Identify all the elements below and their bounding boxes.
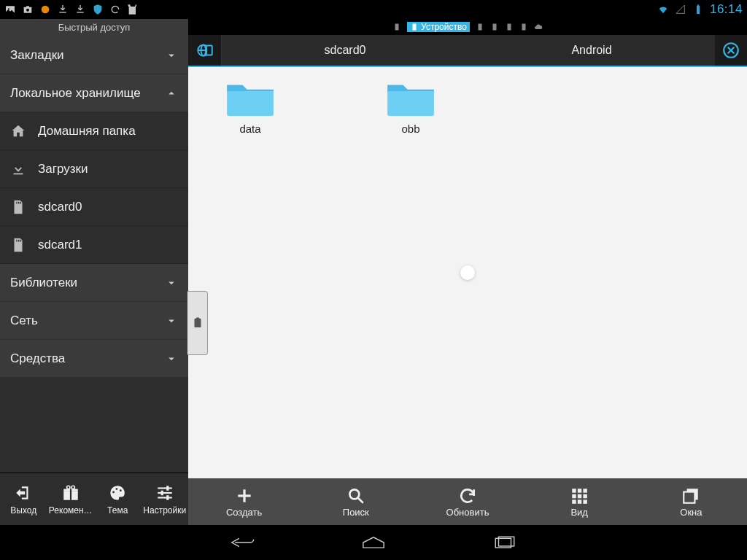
exit-icon <box>14 483 33 502</box>
create-label: Создать <box>226 507 262 518</box>
clock-text: 16:14 <box>710 2 743 17</box>
svg-rect-47 <box>572 494 576 497</box>
svg-point-18 <box>120 489 122 491</box>
svg-point-16 <box>112 491 115 493</box>
svg-rect-4 <box>26 6 29 7</box>
folder-data[interactable]: data <box>210 80 290 135</box>
svg-rect-9 <box>697 4 699 5</box>
loading-indicator <box>460 265 475 280</box>
svg-rect-28 <box>492 24 496 31</box>
device-icon[interactable] <box>476 23 484 31</box>
sidebar-section-local-storage[interactable]: Локальное хранилище <box>0 74 188 112</box>
svg-rect-48 <box>578 494 581 497</box>
breadcrumb-label: Android <box>571 44 611 57</box>
search-label: Поиск <box>343 507 369 518</box>
windows-label: Окна <box>680 507 702 518</box>
windows-button[interactable]: Окна <box>635 478 747 525</box>
camera-icon <box>22 4 34 15</box>
palette-icon <box>108 483 127 502</box>
svg-rect-34 <box>206 46 212 55</box>
create-button[interactable]: Создать <box>188 478 300 525</box>
sidebar-item-label: Домашняя папка <box>38 124 136 139</box>
svg-point-15 <box>71 486 74 489</box>
sidebar-item-sdcard1[interactable]: sdcard1 <box>0 226 188 264</box>
theme-button[interactable]: Тема <box>94 473 142 525</box>
svg-point-1 <box>8 8 9 9</box>
svg-rect-10 <box>14 173 23 174</box>
device-icon[interactable] <box>519 23 528 31</box>
device-icon[interactable] <box>505 23 514 31</box>
sidebar-section-label: Средства <box>10 351 65 366</box>
nav-home-button[interactable] <box>359 528 388 557</box>
theme-label: Тема <box>107 505 128 516</box>
svg-rect-29 <box>507 24 511 31</box>
device-icon[interactable] <box>392 23 401 31</box>
device-icon <box>410 23 419 31</box>
svg-rect-8 <box>697 6 700 14</box>
breadcrumb-root-button[interactable] <box>188 35 222 66</box>
sidebar-item-label: Загрузки <box>38 162 88 176</box>
grid-icon <box>570 486 589 505</box>
store-icon <box>127 4 139 15</box>
folder-icon <box>225 80 275 118</box>
breadcrumb-seg-android[interactable]: Android <box>468 35 715 66</box>
window-tabs-bar: Устройство <box>188 19 747 35</box>
svg-rect-25 <box>395 24 399 31</box>
exit-button[interactable]: Выход <box>0 473 47 525</box>
sidebar-title: Быстрый доступ <box>0 19 188 36</box>
plus-icon <box>235 486 254 505</box>
folder-label: obb <box>401 122 419 135</box>
cloud-icon[interactable] <box>534 23 543 31</box>
nav-recent-button[interactable] <box>490 528 519 557</box>
tab-device-active[interactable]: Устройство <box>407 22 470 32</box>
svg-rect-50 <box>572 499 576 503</box>
view-button[interactable]: Вид <box>524 478 635 525</box>
view-label: Вид <box>570 507 588 518</box>
sidebar-section-libraries[interactable]: Библиотеки <box>0 264 188 302</box>
sdcard-icon <box>10 199 26 215</box>
sidebar-section-label: Библиотеки <box>10 276 77 290</box>
clipboard-drawer-handle[interactable] <box>187 291 208 355</box>
svg-rect-22 <box>166 486 169 491</box>
download-icon <box>57 4 69 15</box>
settings-button[interactable]: Настройки <box>142 473 189 525</box>
exit-label: Выход <box>10 505 36 516</box>
breadcrumb-close-button[interactable] <box>715 34 747 66</box>
android-status-bar: 16:14 <box>0 0 747 19</box>
svg-rect-52 <box>584 499 587 503</box>
recommended-button[interactable]: Рекомен… <box>47 473 95 525</box>
chevron-down-icon <box>165 49 178 62</box>
status-left-icons <box>4 4 139 15</box>
tab-label: Устройство <box>421 22 467 32</box>
search-button[interactable]: Поиск <box>300 478 411 525</box>
sidebar-section-label: Локальное хранилище <box>10 86 141 101</box>
status-right-icons: 16:14 <box>657 2 743 17</box>
sidebar-section-network[interactable]: Сеть <box>0 302 188 340</box>
svg-rect-20 <box>158 491 172 493</box>
breadcrumb: sdcard0 Android <box>188 35 747 67</box>
nav-back-button[interactable] <box>228 528 257 557</box>
device-icon[interactable] <box>490 23 499 31</box>
sidebar-section-label: Сеть <box>10 314 38 328</box>
android-nav-bar <box>0 525 747 560</box>
sidebar-section-label: Закладки <box>10 48 64 63</box>
svg-rect-41 <box>238 494 250 497</box>
sidebar-item-home[interactable]: Домашняя папка <box>0 112 188 150</box>
svg-point-42 <box>349 489 359 499</box>
windows-icon <box>681 486 700 505</box>
folder-label: data <box>239 122 260 135</box>
svg-rect-7 <box>77 12 83 12</box>
recommended-label: Рекомен… <box>49 505 93 516</box>
sidebar-item-downloads[interactable]: Загрузки <box>0 150 188 188</box>
svg-line-43 <box>358 498 363 503</box>
sidebar-item-sdcard0[interactable]: sdcard0 <box>0 188 188 226</box>
signal-icon <box>675 4 686 15</box>
file-grid[interactable]: data obb <box>188 67 747 478</box>
folder-obb[interactable]: obb <box>371 80 451 135</box>
sidebar-section-tools[interactable]: Средства <box>0 340 188 378</box>
sidebar-section-bookmarks[interactable]: Закладки <box>0 36 188 74</box>
chevron-down-icon <box>165 276 178 289</box>
svg-rect-46 <box>584 489 587 492</box>
breadcrumb-seg-sdcard0[interactable]: sdcard0 <box>222 35 468 66</box>
refresh-button[interactable]: Обновить <box>411 478 523 525</box>
